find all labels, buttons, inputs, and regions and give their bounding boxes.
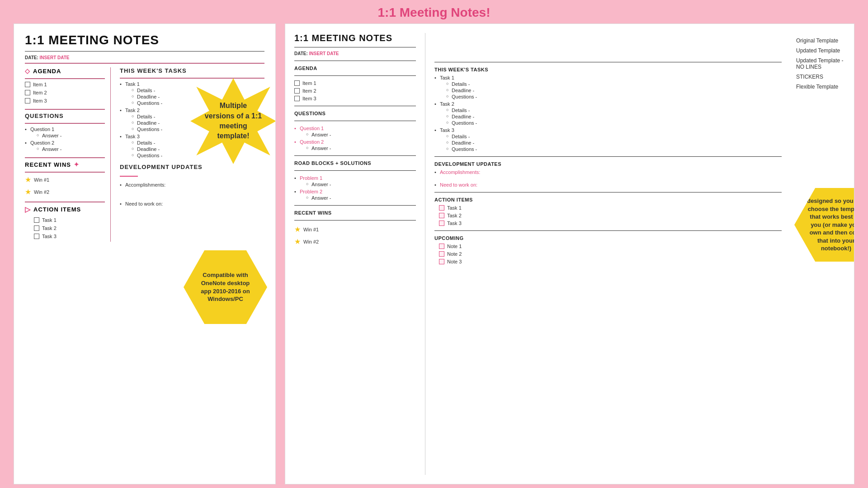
answer-1: Answer - [30,133,105,138]
right-action-section: ACTION ITEMS Task 1 Task 2 Task 3 [434,197,782,226]
right-recent-wins-title: RECENT WINS [294,210,416,216]
recent-wins-title: RECENT WINS ✦ [25,161,105,168]
right-task-3-questions: Questions - [446,146,782,152]
right-checkbox-3 [294,96,300,101]
checkbox-2 [25,90,30,95]
questions-title: QUESTIONS [25,113,105,119]
right-task-2-detail: Details - [446,108,782,113]
right-task-3-detail: Details - [446,134,782,139]
upcoming-cb-2 [439,251,444,257]
upcoming-note-2-label: Note 2 [447,251,462,257]
win-1-label: Win #1 [34,177,49,183]
agenda-label: AGENDA [33,68,61,75]
agenda-item-2-label: Item 2 [33,90,47,95]
action-checkbox-1 [34,217,39,223]
right-dev-list: Accomplishments: [434,169,782,175]
right-answer-2-text: Answer - [306,145,416,151]
problem-1-answer: Answer - [300,182,416,187]
agenda-item-3-label: Item 3 [33,98,47,103]
upcoming-note-3-label: Note 3 [447,259,462,264]
right-tasks-list: Task 1 Details - Deadline - Questions - … [434,75,782,152]
main-container: 1:1 MEETING NOTES DATE: INSERT DATE ◇ AG… [0,23,868,484]
need-to-work-label: Need to work on: [125,201,163,206]
right-win-1-label: Win #1 [303,227,319,232]
right-heading: 1:1 MEETING NOTES [294,33,416,43]
sidebar-item-updated[interactable]: Updated Template [794,47,854,55]
right-action-task-1: Task 1 [439,205,782,211]
right-action-task-1-label: Task 1 [447,205,462,211]
answer-1-text: Answer - [37,133,105,138]
problem-1-answer-text: Answer - [306,182,416,187]
dev-list: Accomplishments: Need to work on: [120,182,264,206]
left-col1: ◇ AGENDA Item 1 Item 2 Item 3 [25,67,111,242]
answer-2-text: Answer - [37,146,105,152]
right-questions-list: Question 1 Answer - Question 2 Answer - [294,126,416,151]
right-agenda-item-2: Item 2 [294,88,416,94]
right-win-2-label: Win #2 [303,239,319,244]
right-checkbox-2 [294,88,300,94]
right-task-3-details: Details - Deadline - Questions - [440,134,782,152]
upcoming-title: UPCOMING [434,235,782,241]
problem-2-answer: Answer - [300,195,416,201]
questions-list: Question 1 Answer - Question 2 Answer - [25,127,105,152]
right-need-to-work: Need to work on: [434,182,782,188]
upcoming-note-3: Note 3 [439,259,782,264]
right-recent-wins: RECENT WINS ★ Win #1 ★ Win #2 [294,210,416,246]
right-need-list: Need to work on: [434,182,782,188]
star-badge-container: Multiple versions of a 1:1 meeting templ… [190,78,276,164]
roadblocks-title: ROAD BLOCKS + SOLUTIONS [294,160,416,166]
upcoming-cb-1 [439,244,444,249]
upcoming-notes: Note 1 Note 2 Note 3 [434,244,782,264]
accomplishments-item: Accomplishments: [120,182,264,188]
need-to-work-item: Need to work on: [120,201,264,206]
star-icon-2: ★ [25,188,31,196]
answer-2: Answer - [30,146,105,152]
right-checkbox-1 [294,80,300,86]
arrow-icon: ▷ [25,205,31,214]
action-items-label: ACTION ITEMS [33,206,81,213]
star-badge-text: Multiple versions of a 1:1 meeting templ… [204,101,263,141]
question-1: Question 1 Answer - [25,127,105,138]
right-action-cb-3 [439,221,444,226]
upcoming-note-2: Note 2 [439,251,782,257]
sidebar-item-updated-nolines[interactable]: Updated Template - NO LINES [794,56,854,71]
action-task-1: Task 1 [34,217,105,223]
action-tasks: Task 1 Task 2 Task 3 [25,217,105,239]
sidebar-item-stickers[interactable]: STICKERS [794,73,854,81]
left-date-line: DATE: INSERT DATE [25,55,264,60]
tasks-title: THIS WEEK'S TASKS [120,67,264,74]
date-label: DATE: [25,55,38,60]
wins-icon: ✦ [74,161,80,168]
right-task-1-questions: Questions - [446,94,782,99]
right-agenda-item-1: Item 1 [294,80,416,86]
right-accomplishments: Accomplishments: [434,169,782,175]
right-task-1-details: Details - Deadline - Questions - [440,81,782,99]
right-date-value: INSERT DATE [309,51,339,56]
upcoming-note-1-label: Note 1 [447,244,462,249]
dev-updates-section: DEVELOPMENT UPDATES Accomplishments: Nee… [120,164,264,206]
action-task-3-label: Task 3 [42,234,57,239]
checkbox-1 [25,82,30,87]
sidebar-item-original[interactable]: Original Template [794,37,854,45]
recent-wins-label: RECENT WINS [25,161,71,168]
questions-section: QUESTIONS Question 1 Answer - Question 2… [25,109,105,152]
right-task-2-deadline: Deadline - [446,114,782,119]
right-task-1-detail: Details - [446,81,782,87]
sidebar-item-flexible[interactable]: Flexible Template [794,83,854,91]
right-questions-section: QUESTIONS Question 1 Answer - Question 2… [294,111,416,151]
dev-underline [120,176,138,177]
right-col1: 1:1 MEETING NOTES DATE: INSERT DATE AGEN… [285,33,425,475]
right-date-label: DATE: [294,51,308,56]
hex-badge-container: Compatible with OneNote desktop app 2010… [184,245,267,329]
right-task-1-deadline: Deadline - [446,88,782,93]
right-action-task-3: Task 3 [439,221,782,226]
action-task-2: Task 2 [34,225,105,231]
right-date-line: DATE: INSERT DATE [294,51,416,56]
right-col2: THIS WEEK'S TASKS Task 1 Details - Deadl… [425,33,791,475]
right-hex-badge-container: designed so you can choose the template … [794,183,854,267]
right-agenda-item-3: Item 3 [294,96,416,101]
agenda-item-2: Item 2 [25,90,105,95]
left-template-panel: 1:1 MEETING NOTES DATE: INSERT DATE ◇ AG… [14,23,276,484]
right-agenda-section: AGENDA Item 1 Item 2 Item 3 [294,66,416,101]
right-hex-badge-text: designed so you can choose the template … [807,197,854,253]
